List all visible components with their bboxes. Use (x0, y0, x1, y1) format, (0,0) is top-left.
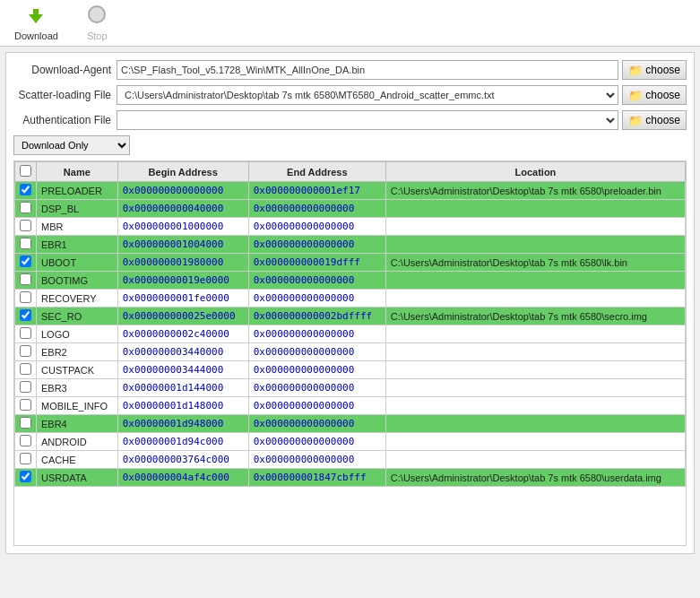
row-check-cell (15, 218, 37, 236)
row-location (385, 397, 685, 415)
row-end-addr: 0x000000000000000 (248, 236, 385, 254)
download-only-select[interactable]: Download Only (13, 135, 130, 155)
row-end-addr: 0x000000000000000 (248, 433, 385, 451)
download-agent-label: Download-Agent (13, 64, 117, 76)
row-checkbox-12[interactable] (20, 399, 31, 411)
row-location (385, 200, 685, 218)
row-location (385, 272, 685, 290)
col-location: Location (385, 162, 685, 182)
stop-icon (88, 5, 106, 29)
folder-icon-1: 📁 (628, 64, 643, 77)
row-check-cell (15, 397, 37, 415)
table-row: RECOVERY0x0000000001fe00000x000000000000… (15, 290, 686, 308)
row-check-cell (15, 343, 37, 361)
download-button[interactable]: Download (9, 4, 64, 43)
row-name: DSP_BL (37, 200, 118, 218)
row-check-cell (15, 325, 37, 343)
row-begin-addr: 0x000000003444000 (117, 361, 248, 379)
row-check-cell (15, 290, 37, 308)
row-end-addr: 0x000000000000000 (248, 397, 385, 415)
auth-file-select[interactable] (117, 110, 618, 130)
row-end-addr: 0x000000000000000 (248, 361, 385, 379)
row-location (385, 379, 685, 397)
partition-data-table: Name Begin Address End Address Location … (14, 161, 686, 487)
row-check-cell (15, 236, 37, 254)
row-location: C:\Users\Administrator\Desktop\tab 7s mt… (385, 308, 685, 325)
col-end: End Address (248, 162, 385, 182)
row-name: BOOTIMG (37, 272, 118, 290)
table-row: LOGO0x0000000002c400000x000000000000000 (15, 325, 686, 343)
row-checkbox-1[interactable] (20, 202, 31, 213)
row-location: C:\Users\Administrator\Desktop\tab 7s mt… (385, 469, 685, 487)
row-checkbox-10[interactable] (20, 363, 31, 375)
choose-download-agent-button[interactable]: 📁 choose (622, 60, 687, 80)
download-icon (29, 5, 43, 29)
download-only-row: Download Only (13, 135, 687, 155)
table-row: CACHE0x000000003764c0000x000000000000000 (15, 451, 686, 469)
row-begin-addr: 0x000000003440000 (117, 343, 248, 361)
choose-auth-button[interactable]: 📁 choose (622, 110, 687, 130)
row-checkbox-8[interactable] (20, 327, 31, 339)
row-name: LOGO (37, 325, 118, 343)
row-checkbox-15[interactable] (20, 453, 31, 464)
row-name: EBR4 (37, 415, 118, 433)
row-name: RECOVERY (37, 290, 118, 308)
row-check-cell (15, 182, 37, 200)
row-checkbox-4[interactable] (20, 256, 31, 267)
row-checkbox-14[interactable] (20, 435, 31, 446)
row-begin-addr: 0x0000000001fe0000 (117, 290, 248, 308)
row-begin-addr: 0x00000001d144000 (117, 379, 248, 397)
row-location (385, 290, 685, 308)
row-name: MOBILE_INFO (37, 397, 118, 415)
row-begin-addr: 0x000000000025e0000 (117, 308, 248, 325)
row-end-addr: 0x000000000000000 (248, 415, 385, 433)
row-name: ANDROID (37, 433, 118, 451)
table-row: UBOOT0x0000000019800000x000000000019dfff… (15, 254, 686, 272)
col-begin: Begin Address (117, 162, 248, 182)
row-checkbox-13[interactable] (20, 417, 31, 429)
row-checkbox-0[interactable] (20, 184, 31, 195)
row-name: EBR2 (37, 343, 118, 361)
table-row: BOOTIMG0x00000000019e00000x0000000000000… (15, 272, 686, 290)
row-begin-addr: 0x000000000040000 (117, 200, 248, 218)
row-checkbox-2[interactable] (20, 220, 31, 231)
download-agent-row: Download-Agent 📁 choose (13, 60, 687, 80)
row-check-cell (15, 200, 37, 218)
row-end-addr: 0x000000001847cbfff (248, 469, 385, 487)
row-checkbox-6[interactable] (20, 291, 31, 303)
row-end-addr: 0x000000000000000 (248, 218, 385, 236)
partition-table: Name Begin Address End Address Location … (13, 160, 687, 546)
row-checkbox-3[interactable] (20, 238, 31, 249)
select-all-checkbox[interactable] (20, 165, 31, 177)
toolbar: Download Stop (0, 0, 700, 47)
row-name: EBR1 (37, 236, 118, 254)
table-row: CUSTPACK0x0000000034440000x0000000000000… (15, 361, 686, 379)
row-checkbox-16[interactable] (20, 471, 31, 482)
row-name: CUSTPACK (37, 361, 118, 379)
row-begin-addr: 0x00000001d94c000 (117, 433, 248, 451)
table-row: SEC_RO0x000000000025e00000x000000000002b… (15, 308, 686, 325)
col-check (15, 162, 37, 182)
table-row: ANDROID0x00000001d94c0000x00000000000000… (15, 433, 686, 451)
row-begin-addr: 0x000000001004000 (117, 236, 248, 254)
row-name: UBOOT (37, 254, 118, 272)
row-begin-addr: 0x0000000002c40000 (117, 325, 248, 343)
row-begin-addr: 0x000000003764c000 (117, 451, 248, 469)
main-panel: Download-Agent 📁 choose Scatter-loading … (5, 52, 695, 554)
scatter-loading-select[interactable]: C:\Users\Administrator\Desktop\tab 7s mt… (117, 85, 618, 105)
row-checkbox-11[interactable] (20, 381, 31, 393)
choose-scatter-button[interactable]: 📁 choose (622, 85, 687, 105)
choose-label-1: choose (645, 64, 680, 76)
stop-button[interactable]: Stop (82, 4, 113, 43)
row-check-cell (15, 379, 37, 397)
row-checkbox-7[interactable] (20, 309, 31, 321)
row-end-addr: 0x000000000000000 (248, 200, 385, 218)
choose-label-2: choose (645, 89, 680, 101)
row-checkbox-9[interactable] (20, 345, 31, 357)
row-location: C:\Users\Administrator\Desktop\tab 7s mt… (385, 182, 685, 200)
download-agent-input[interactable] (117, 60, 618, 80)
auth-file-label: Authentication File (13, 114, 117, 126)
stop-label: Stop (87, 30, 108, 41)
row-checkbox-5[interactable] (20, 273, 31, 285)
row-name: PRELOADER (37, 182, 118, 200)
